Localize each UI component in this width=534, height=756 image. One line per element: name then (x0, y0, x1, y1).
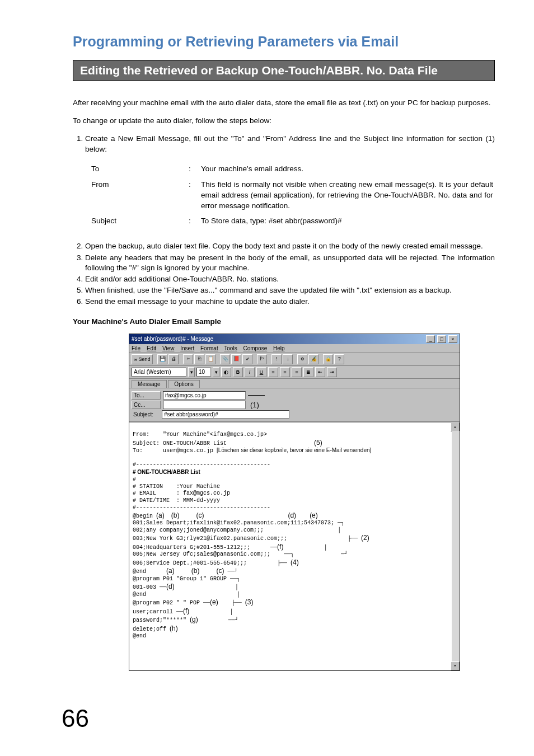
bullets-icon[interactable]: ≣ (303, 367, 313, 377)
intro-paragraph-1: After receiving your machine email with … (73, 98, 495, 108)
callout-4: (4) (291, 558, 299, 566)
address-area: To... ifax@mgcs.co.jp Cc... (1) Subject:… (129, 388, 460, 422)
paste-icon[interactable]: 📋 (205, 354, 216, 364)
callout-f2: (f) (183, 607, 189, 615)
body-rule: #---------------------------------------… (133, 462, 270, 468)
body-l6: 006;Service Dept.;#001-555-6549;;; (133, 560, 247, 566)
font-select[interactable]: Arial (Western) (132, 368, 186, 377)
sign-icon[interactable]: 🔏 (308, 354, 318, 364)
menu-insert[interactable]: Insert (180, 345, 194, 351)
flag-icon[interactable]: 🏳 (257, 354, 267, 364)
body-prog2: @program P02 " " POP (133, 600, 200, 606)
body-end: @end (133, 591, 146, 598)
body-l3: 003;New York G3;rly#21@ifax02.panasonic.… (133, 536, 287, 542)
menu-tools[interactable]: Tools (224, 345, 237, 351)
menu-help[interactable]: Help (273, 345, 285, 351)
intro-paragraph-2: To change or update the auto dialer, fol… (73, 116, 495, 126)
tab-message[interactable]: Message (132, 380, 167, 388)
callout-a: (a) (156, 511, 165, 519)
tabs: Message Options (129, 379, 460, 388)
encrypt-icon[interactable]: 🔒 (323, 354, 333, 364)
italic-button[interactable]: I (245, 367, 255, 377)
email-body[interactable]: From: "Your Machine"<ifax@mgcs.co.jp> Su… (129, 422, 460, 670)
window-title: #set abbr(password)# - Message (132, 336, 213, 342)
callout-d2: (d) (166, 583, 175, 590)
send-button[interactable]: ✉Send (132, 354, 153, 364)
menu-compose[interactable]: Compose (243, 345, 267, 351)
body-rule: #---------------------------------------… (133, 504, 270, 510)
field-table: To : Your machine's email address. From … (90, 162, 495, 231)
body-prog1: @program P01 "Group 1" GROUP (133, 576, 227, 582)
maximize-icon[interactable]: □ (437, 335, 446, 343)
subject-label: Subject: (132, 411, 160, 418)
scroll-down-icon[interactable]: ▾ (451, 661, 460, 670)
help-icon[interactable]: ? (334, 354, 344, 364)
window-buttons: _ □ × (425, 335, 457, 343)
callout-h: (h) (170, 624, 178, 632)
body-email: # EMAIL : fax@mgcs.co.jp (133, 490, 230, 496)
cut-icon[interactable]: ✂ (183, 354, 193, 364)
cc-button[interactable]: Cc... (132, 401, 161, 409)
menu-format[interactable]: Format (200, 345, 218, 351)
dropdown-icon[interactable]: ▾ (213, 367, 219, 377)
bold-button[interactable]: B (233, 367, 243, 377)
step-6: Send the email message to your machine t… (85, 297, 495, 307)
body-station: # STATION :Your Machine (133, 483, 220, 490)
field-from-desc: This field is normally not visible when … (200, 179, 494, 215)
outdent-icon[interactable]: ⇤ (315, 367, 325, 377)
dropdown-icon[interactable]: ▾ (188, 367, 195, 377)
priority-icon[interactable]: ! (271, 354, 282, 364)
colon: : (188, 215, 199, 230)
scroll-up-icon[interactable]: ▴ (451, 422, 460, 431)
to-input[interactable]: ifax@mgcs.co.jp (163, 391, 246, 400)
to-button[interactable]: To... (132, 391, 161, 400)
lowpriority-icon[interactable]: ↓ (283, 354, 293, 364)
save-icon[interactable]: 💾 (157, 354, 167, 364)
body-begin: @begin (133, 513, 153, 519)
callout-line (248, 395, 265, 396)
step-2: Open the backup, auto dialer text file. … (85, 241, 495, 251)
toolbar: ✉Send 💾 🖨 ✂ ⎘ 📋 📎 📕 ✔ 🏳 ! ↓ ⚙ 🔏 🔒 ? (129, 353, 460, 366)
menu-view[interactable]: View (162, 345, 175, 351)
addressbook-icon[interactable]: 📕 (231, 354, 241, 364)
options-icon[interactable]: ⚙ (297, 354, 307, 364)
step-3: Delete any headers that may be present i… (85, 253, 495, 273)
underline-button[interactable]: U (256, 367, 266, 377)
scrollbar-track[interactable] (452, 431, 460, 662)
close-icon[interactable]: × (448, 335, 457, 343)
menu-bar: File Edit View Insert Format Tools Compo… (129, 344, 460, 353)
print-icon[interactable]: 🖨 (168, 354, 179, 364)
callout-b2: (b) (191, 567, 200, 575)
cc-input[interactable] (163, 401, 246, 409)
checknames-icon[interactable]: ✔ (242, 354, 252, 364)
sample-heading: Your Machine's Auto Dialer Email Sample (73, 317, 495, 326)
indent-icon[interactable]: ⇥ (327, 367, 337, 377)
callout-f: (f) (277, 543, 283, 551)
align-left-icon[interactable]: ≡ (268, 367, 278, 377)
fontcolor-icon[interactable]: ◐ (221, 367, 231, 377)
body-l1: 001;Sales Depart;ifaxlink@ifax02.panason… (133, 520, 334, 526)
align-center-icon[interactable]: ≡ (280, 367, 290, 377)
callout-3: (3) (245, 598, 254, 606)
menu-file[interactable]: File (132, 345, 140, 351)
menu-edit[interactable]: Edit (147, 345, 156, 351)
body-l4: 004;Headquarters G;#201-555-1212;;; (133, 544, 250, 551)
subject-input[interactable]: #set abbr(password)# (162, 410, 289, 419)
fontsize-select[interactable]: 10 (196, 368, 211, 377)
callout-d: (d) (288, 511, 296, 519)
window-titlebar: #set abbr(password)# - Message _ □ × (129, 334, 460, 344)
align-right-icon[interactable]: ≡ (292, 367, 302, 377)
step-5: When finished, use the "File/Save as..."… (85, 285, 495, 295)
minimize-icon[interactable]: _ (426, 335, 435, 343)
tab-options[interactable]: Options (168, 380, 199, 388)
body-to: To: user@mgcs.co.jp (133, 448, 213, 454)
main-title: Programming or Retrieving Parameters via… (73, 34, 495, 50)
steps-list-2: Open the backup, auto dialer text file. … (73, 241, 495, 307)
body-delline: delete;off (133, 626, 166, 632)
body-end: @end (133, 633, 146, 639)
body-from: From: "Your Machine"<ifax@mgcs.co.jp> (133, 431, 267, 438)
attach-icon[interactable]: 📎 (220, 354, 230, 364)
body-end: @end (133, 569, 146, 575)
copy-icon[interactable]: ⎘ (194, 354, 204, 364)
field-subject-desc: To Store data, type: #set abbr(password)… (200, 215, 494, 230)
